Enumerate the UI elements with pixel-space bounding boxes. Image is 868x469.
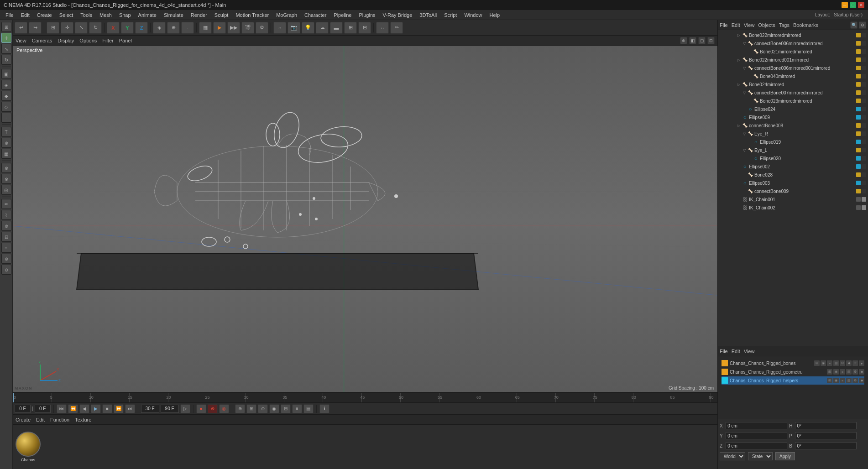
attr-tab-edit[interactable]: Edit <box>732 349 740 354</box>
deformer-btn[interactable]: ↔ <box>376 22 389 34</box>
tree-arrow-bone021m[interactable] <box>747 49 753 54</box>
key-sel-btn[interactable]: ◎ <box>219 404 229 413</box>
coord-btn5[interactable]: ⊟ <box>281 404 291 413</box>
polygon-btn[interactable]: ◆ <box>1 91 11 101</box>
render-region-btn[interactable]: ▦ <box>199 22 212 34</box>
object-btn[interactable]: ◈ <box>1 80 11 90</box>
select-tool-btn[interactable]: ⊞ <box>1 22 11 32</box>
play-btn[interactable]: ▶ <box>91 404 101 413</box>
null-btn[interactable]: ○ <box>273 22 286 34</box>
menu-edit[interactable]: Edit <box>17 11 33 19</box>
frame-rate-field[interactable] <box>35 405 51 413</box>
play-back-btn[interactable]: ◀ <box>79 404 89 413</box>
vp-ctrl-4[interactable]: ⊡ <box>707 37 715 44</box>
coord-btn3[interactable]: ⊙ <box>258 404 268 413</box>
coord-field-h[interactable] <box>795 422 857 429</box>
make-preview-btn[interactable]: 🎬 <box>241 22 254 34</box>
obj-icon-sm-7[interactable]: ☆ <box>852 360 858 366</box>
constraint-btn[interactable]: ⊗ <box>1 174 11 184</box>
om-settings-icon[interactable]: ⚙ <box>859 21 866 29</box>
workplane-btn[interactable]: ▦ <box>1 149 11 159</box>
obj-icon-helpers-6[interactable]: ◆ <box>859 378 864 383</box>
record-btn[interactable]: ● <box>196 404 206 413</box>
menu-help[interactable]: Help <box>486 11 504 19</box>
goto-start-btn[interactable]: ⏮ <box>57 404 67 413</box>
tree-item-connectbone007m[interactable]: ▽ 🦴 connectBone007mirroredmirrored <box>718 89 868 97</box>
obj-list-item-helpers[interactable]: Chanos_Chanos_Rigged_helpers ⊞ ◉ ≡ ▤ ⚙ ◆ <box>722 376 864 385</box>
mat-tab-edit[interactable]: Edit <box>36 417 45 422</box>
obj-icon-helpers-3[interactable]: ≡ <box>840 378 845 383</box>
axis-btn[interactable]: ⊕ <box>1 138 11 148</box>
points-mode-btn[interactable]: · <box>181 22 194 34</box>
menu-plugins[interactable]: Plugins <box>355 11 379 19</box>
mat-preview-chanos[interactable] <box>16 432 41 457</box>
tree-item-connectbone008[interactable]: ▷ 🦴 connectBone008 <box>718 121 868 130</box>
menu-motion-tracker[interactable]: Motion Tracker <box>232 11 272 19</box>
render-view-btn[interactable]: ▶ <box>213 22 226 34</box>
tree-item-eye-r[interactable]: ▽ 🦴 Eye_R <box>718 130 868 138</box>
y-lock-btn[interactable]: Y <box>121 22 134 34</box>
z-lock-btn[interactable]: Z <box>135 22 148 34</box>
menu-sculpt[interactable]: Sculpt <box>211 11 232 19</box>
weight-btn[interactable]: ⊚ <box>1 221 11 231</box>
menu-mesh[interactable]: Mesh <box>96 11 115 19</box>
object-mode-btn[interactable]: ◈ <box>153 22 166 34</box>
menu-select[interactable]: Select <box>56 11 77 19</box>
vp-menu-panel[interactable]: Panel <box>119 38 132 43</box>
coord-btn7[interactable]: ▤ <box>303 404 314 413</box>
coord-field-p[interactable] <box>795 432 857 439</box>
tree-item-ik-chain002[interactable]: ⛓ IK_Chain002 <box>718 203 868 212</box>
om-tab-edit[interactable]: Edit <box>732 22 740 28</box>
menu-character[interactable]: Character <box>301 11 330 19</box>
snap-btn[interactable]: ⊛ <box>1 163 11 173</box>
frame-nav-btn[interactable]: ▷ <box>180 404 190 413</box>
coord-btn6[interactable]: ≡ <box>292 404 302 413</box>
info-btn[interactable]: ℹ <box>319 404 329 413</box>
menu-create[interactable]: Create <box>33 11 56 19</box>
point-btn[interactable]: · <box>1 113 11 123</box>
coord-btn1[interactable]: ⊕ <box>235 404 245 413</box>
vp-ctrl-2[interactable]: ◧ <box>689 37 696 44</box>
current-frame-field[interactable] <box>15 405 31 413</box>
object-tree[interactable]: ▷ 🦴 Bone022mirroredmirrored ▽ 🦴 connectB… <box>718 30 868 346</box>
vp-menu-filter[interactable]: Filter <box>102 38 113 43</box>
menu-mograph[interactable]: MoGraph <box>272 11 301 19</box>
menu-vray[interactable]: V-Ray Bridge <box>379 11 416 19</box>
next-key-btn[interactable]: ⏩ <box>114 404 124 413</box>
obj-icon-helpers-4[interactable]: ▤ <box>846 378 852 383</box>
apply-button[interactable]: Apply <box>775 452 795 460</box>
goto-end-btn[interactable]: ⏭ <box>125 404 135 413</box>
coord-field-x[interactable] <box>726 422 787 429</box>
obj-icon-helpers-1[interactable]: ⊞ <box>827 378 832 383</box>
menu-3dtoall[interactable]: 3DToAll <box>416 11 440 19</box>
material-item-chanos[interactable]: Chanos <box>16 432 41 462</box>
x-lock-btn[interactable]: X <box>107 22 120 34</box>
coord-field-y[interactable] <box>726 432 787 439</box>
obj-list-item-bones[interactable]: Chanos_Chanos_Rigged_bones ⊞ ◉ ≡ ▤ ⚙ ◆ ☆… <box>722 359 864 367</box>
array-btn[interactable]: ⊞ <box>344 22 357 34</box>
stop-btn[interactable]: ■ <box>102 404 112 413</box>
tree-item-ellipse003[interactable]: ○ Ellipse003 <box>718 179 868 187</box>
vp-menu-options[interactable]: Options <box>79 38 97 43</box>
tree-item-bone040m[interactable]: 🦴 Bone040mirrored <box>718 72 868 80</box>
om-tab-file[interactable]: File <box>720 22 728 28</box>
render-settings-btn[interactable]: ⚙ <box>256 22 268 34</box>
menu-script[interactable]: Script <box>440 11 460 19</box>
om-tab-view[interactable]: View <box>744 22 755 28</box>
tree-arrow-connectbone006m[interactable]: ▽ <box>742 41 747 46</box>
close-button[interactable]: ✕ <box>858 2 864 8</box>
tree-item-ik-chain001[interactable]: ⛓ IK_Chain001 <box>718 195 868 203</box>
mat-tab-function[interactable]: Function <box>50 417 69 422</box>
edge-btn[interactable]: ◇ <box>1 102 11 112</box>
obj-icon-sm-6[interactable]: ◆ <box>846 360 852 366</box>
floor-btn[interactable]: ▬ <box>330 22 343 34</box>
tree-item-ellipse019[interactable]: ○ Ellipse019 <box>718 138 868 146</box>
om-tab-objects[interactable]: Objects <box>758 22 775 28</box>
hair-btn[interactable]: ≡ <box>1 243 11 253</box>
cloner-btn[interactable]: ⊟ <box>358 22 371 34</box>
mat-tab-create[interactable]: Create <box>16 417 31 422</box>
camera-add-btn[interactable]: 📷 <box>288 22 300 34</box>
tree-item-connectbone006m[interactable]: ▽ 🦴 connectBone006mirroredmirrored <box>718 39 868 47</box>
morph-btn[interactable]: ⊟ <box>1 232 11 242</box>
vp-menu-view[interactable]: View <box>16 38 26 43</box>
